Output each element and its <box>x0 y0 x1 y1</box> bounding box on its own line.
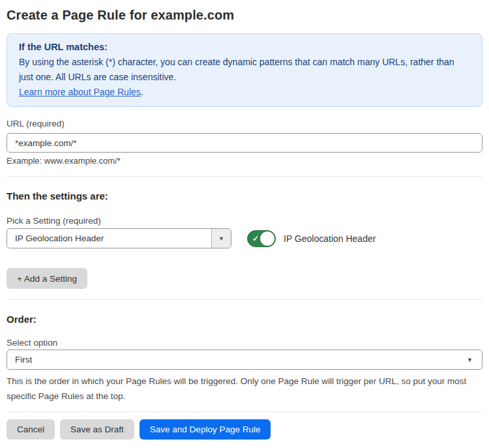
chevron-down-icon: ▼ <box>218 235 224 242</box>
ip-geolocation-toggle[interactable]: ✓ <box>247 230 276 247</box>
info-box-body: By using the asterisk (*) character, you… <box>19 55 469 85</box>
footer-actions: Cancel Save as Draft Save and Deploy Pag… <box>7 419 482 440</box>
check-icon: ✓ <box>252 234 259 243</box>
url-field-label: URL (required) <box>7 119 482 128</box>
add-setting-button[interactable]: + Add a Setting <box>7 268 87 289</box>
order-select[interactable]: First ▼ <box>7 350 482 370</box>
setting-row: IP Geolocation Header ▼ ✓ IP Geolocation… <box>7 228 482 248</box>
pick-setting-label: Pick a Setting (required) <box>7 216 482 226</box>
link-suffix: . <box>141 87 143 97</box>
order-select-label: Select option <box>7 338 482 348</box>
divider-after-settings <box>7 299 482 300</box>
order-section-heading: Order: <box>7 314 482 325</box>
page-title: Create a Page Rule for example.com <box>7 8 482 22</box>
setting-select-button[interactable]: ▼ <box>211 229 231 248</box>
chevron-down-icon: ▼ <box>467 357 473 363</box>
order-select-value: First <box>15 355 32 365</box>
info-box-link-line: Learn more about Page Rules. <box>19 85 470 100</box>
divider-after-url <box>7 176 482 177</box>
url-input[interactable] <box>7 133 482 153</box>
toggle-knob <box>260 231 274 246</box>
order-helper-text: This is the order in which your Page Rul… <box>7 374 482 404</box>
setting-select[interactable]: IP Geolocation Header ▼ <box>7 228 231 248</box>
learn-more-link[interactable]: Learn more about Page Rules <box>19 87 141 97</box>
info-box-heading: If the URL matches: <box>19 40 470 55</box>
url-field-helper: Example: www.example.com/* <box>7 156 482 166</box>
create-page-rule-form: Create a Page Rule for example.com If th… <box>0 0 489 447</box>
setting-select-value: IP Geolocation Header <box>7 229 211 248</box>
save-and-deploy-button[interactable]: Save and Deploy Page Rule <box>140 419 271 440</box>
save-as-draft-button[interactable]: Save as Draft <box>60 419 134 440</box>
cancel-button[interactable]: Cancel <box>7 419 55 440</box>
url-match-info-box: If the URL matches: By using the asteris… <box>7 33 482 107</box>
toggle-label: IP Geolocation Header <box>284 233 376 244</box>
divider-before-footer <box>7 411 482 412</box>
settings-section-heading: Then the settings are: <box>7 190 482 202</box>
